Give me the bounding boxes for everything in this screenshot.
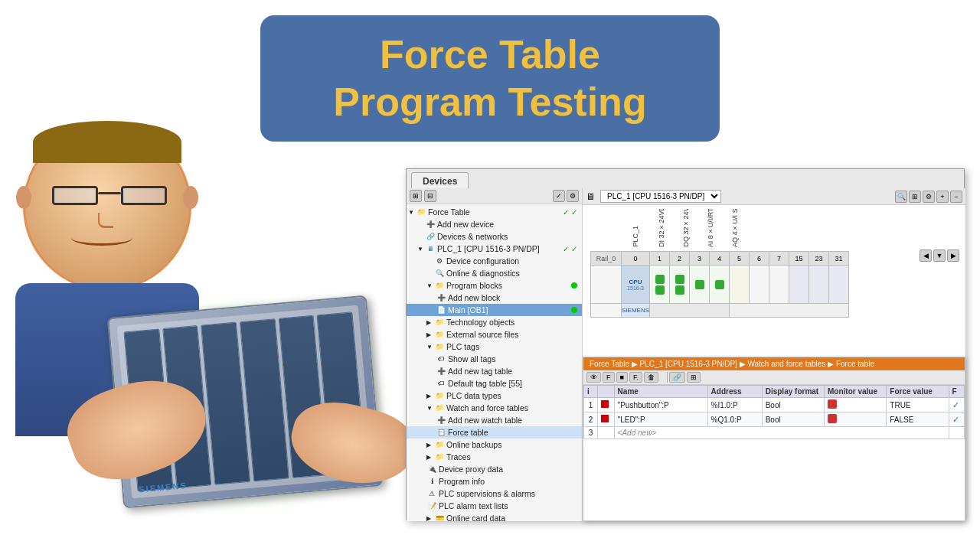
tree-item-force-table-root[interactable]: ▼ 📁 Force Table ✓ ✓	[407, 206, 582, 218]
hw-label-plc: PLC_1	[625, 209, 646, 247]
ft-data-table: i Name Address Display format Monitor va…	[583, 385, 965, 439]
hw-btn-2[interactable]: ⊞	[909, 191, 921, 203]
ft-btn-force[interactable]: F	[603, 372, 615, 383]
toolbar-btn-1[interactable]: ⊞	[410, 190, 422, 202]
ft-row-1: 1 "Pushbutton":P %I1.0:P Bool TRUE ✓	[584, 398, 965, 412]
hw-label-dq: DQ 32×24VDC/0.5...	[675, 209, 697, 247]
tree-item-online-card[interactable]: ▶ 💳 Online card data	[407, 512, 582, 521]
tree-item-device-proxy[interactable]: 🔌 Device proxy data	[407, 463, 582, 475]
hw-label-ai: AI 8×U/I/RTD/TC ST...	[700, 209, 721, 247]
hw-label-di: DI 32×24VDC HF_1	[651, 209, 672, 247]
tree-item-main-ob1[interactable]: 📄 Main [OB1]	[407, 304, 582, 316]
tree-item-device-config[interactable]: ⚙ Device configuration	[407, 255, 582, 267]
ft-btn-expand[interactable]: ⊞	[687, 372, 701, 383]
tree-item-default-tag[interactable]: 🏷 Default tag table [55]	[407, 377, 582, 390]
left-toolbar: ⊞ ⊟ ✓ ⚙	[407, 188, 582, 204]
hw-btn-3[interactable]: ⚙	[923, 191, 935, 203]
toolbar-btn-2[interactable]: ⊟	[424, 190, 436, 202]
row-1-address[interactable]: %I1.0:P	[707, 398, 762, 412]
tree-item-plc-tags[interactable]: ▼ 📁 PLC tags	[407, 341, 582, 353]
row-1-checked[interactable]: ✓	[949, 398, 964, 412]
project-tree: ▼ 📁 Force Table ✓ ✓ ➕ Add new device 🔗 D…	[407, 204, 582, 521]
ft-row-2: 2 "LED":P %Q1.0:P Bool FALSE ✓	[584, 412, 965, 427]
row-2-force[interactable]: FALSE	[887, 412, 949, 427]
nav-down[interactable]: ▼	[933, 249, 946, 262]
plc-selector[interactable]: PLC_1 [CPU 1516-3 PN/DP]	[600, 190, 721, 203]
software-window: Devices ⊞ ⊟ ✓ ⚙ ▼ 📁 Force Table ✓ ✓ ➕	[406, 168, 965, 520]
tree-item-online-backups[interactable]: ▶ 📁 Online backups	[407, 439, 582, 451]
row-2-checked[interactable]: ✓	[949, 412, 964, 427]
glasses	[48, 186, 171, 209]
tree-item-online-diag[interactable]: 🔍 Online & diagnostics	[407, 267, 582, 279]
hw-btn-4[interactable]: +	[936, 191, 949, 203]
tree-item-plc-supervisions[interactable]: ⚠ PLC supervisions & alarms	[407, 487, 582, 500]
row-3-num: 3	[584, 427, 598, 439]
col-f: F	[949, 386, 964, 398]
ft-table-container: i Name Address Display format Monitor va…	[583, 385, 965, 439]
col-monitor: Monitor value	[825, 386, 887, 398]
col-name: Name	[614, 386, 707, 398]
col-force: Force value	[887, 386, 949, 398]
row-1-force[interactable]: TRUE	[887, 398, 949, 412]
tree-item-add-watch[interactable]: ➕ Add new watch table	[407, 414, 582, 426]
hw-nav-arrows: ◀ ▼ ▶	[920, 249, 959, 262]
row-1-monitor	[825, 398, 887, 412]
tree-item-program-blocks[interactable]: ▼ 📁 Program blocks	[407, 279, 582, 292]
row-2-name[interactable]: "LED":P	[614, 412, 707, 427]
row-1-num: 1	[584, 398, 598, 412]
tree-item-traces[interactable]: ▶ 📁 Traces	[407, 451, 582, 463]
col-address: Address	[707, 386, 762, 398]
ft-btn-link[interactable]: 🔗	[669, 372, 685, 383]
nav-right[interactable]: ▶	[947, 249, 959, 262]
tree-item-program-info[interactable]: ℹ Program info	[407, 475, 582, 487]
row-3-add-new[interactable]: <Add new>	[614, 427, 949, 439]
nav-left[interactable]: ◀	[920, 249, 932, 262]
row-2-icon	[598, 412, 614, 427]
face	[23, 122, 191, 291]
row-2-display: Bool	[762, 412, 824, 427]
tree-item-plc1[interactable]: ▼ 🖥 PLC_1 [CPU 1516-3 PN/DP] ✓ ✓	[407, 243, 582, 255]
tree-item-devices-networks[interactable]: 🔗 Devices & networks	[407, 230, 582, 243]
ft-row-3: 3 <Add new>	[584, 427, 965, 439]
title-box: Force Table Program Testing	[260, 15, 720, 142]
devices-tab[interactable]: Devices	[411, 172, 469, 190]
row-1-name[interactable]: "Pushbutton":P	[614, 398, 707, 412]
row-1-display: Bool	[762, 398, 824, 412]
ft-btn-delete[interactable]: 🗑	[644, 372, 658, 383]
tree-item-plc-datatypes[interactable]: ▶ 📁 PLC data types	[407, 390, 582, 402]
tree-item-tech-objects[interactable]: ▶ 📁 Technology objects	[407, 316, 582, 328]
col-i: i	[584, 386, 598, 398]
title-line2: Program Testing	[291, 78, 689, 126]
ft-btn-monitor[interactable]: 👁	[586, 372, 601, 383]
tree-item-show-all-tags[interactable]: 🏷 Show all tags	[407, 353, 582, 365]
tree-item-add-device[interactable]: ➕ Add new device	[407, 218, 582, 230]
hw-diagram: PLC_1 DI 32×24VDC HF_1 DQ 32×24VDC/0.5..…	[583, 205, 965, 357]
col-icon	[598, 386, 614, 398]
row-2-monitor	[825, 412, 887, 427]
tree-item-ext-source[interactable]: ▶ 📁 External source files	[407, 328, 582, 341]
row-1-icon	[598, 398, 614, 412]
toolbar-btn-4[interactable]: ⚙	[567, 190, 579, 202]
hw-btn-5[interactable]: −	[950, 191, 962, 203]
col-display: Display format	[762, 386, 824, 398]
tree-item-add-block[interactable]: ➕ Add new block	[407, 292, 582, 304]
toolbar-btn-3[interactable]: ✓	[553, 190, 565, 202]
tree-item-alarm-texts[interactable]: 📝 PLC alarm text lists	[407, 500, 582, 512]
hw-grid-container: Rail_0 0 1 2 3 4 5 6 7 15 23 31	[590, 251, 849, 318]
ft-btn-stop-force[interactable]: ■	[616, 372, 628, 383]
left-panel: ⊞ ⊟ ✓ ⚙ ▼ 📁 Force Table ✓ ✓ ➕ Add new de…	[407, 188, 583, 521]
hw-label-aq: AQ 4×U/I ST_1	[724, 209, 746, 247]
row-2-address[interactable]: %Q1.0:P	[707, 412, 762, 427]
hw-btn-1[interactable]: 🔍	[895, 191, 907, 203]
tree-item-force-table[interactable]: 📋 Force table	[407, 426, 582, 439]
ft-breadcrumb: Force Table ▶ PLC_1 [CPU 1516-3 PN/DP] ▶…	[590, 360, 874, 368]
devices-tab-bar: Devices	[407, 169, 964, 191]
nose	[98, 213, 113, 228]
tree-item-add-tag[interactable]: ➕ Add new tag table	[407, 365, 582, 377]
hw-toolbar: 🖥 PLC_1 [CPU 1516-3 PN/DP] 🔍 ⊞ ⚙ + −	[583, 188, 965, 205]
hw-module-labels: PLC_1 DI 32×24VDC HF_1 DQ 32×24VDC/0.5..…	[625, 209, 746, 247]
hair	[33, 121, 181, 163]
ft-btn-f-label[interactable]: F.	[629, 372, 642, 383]
tree-item-watch-force[interactable]: ▼ 📁 Watch and force tables	[407, 402, 582, 414]
row-2-num: 2	[584, 412, 598, 427]
